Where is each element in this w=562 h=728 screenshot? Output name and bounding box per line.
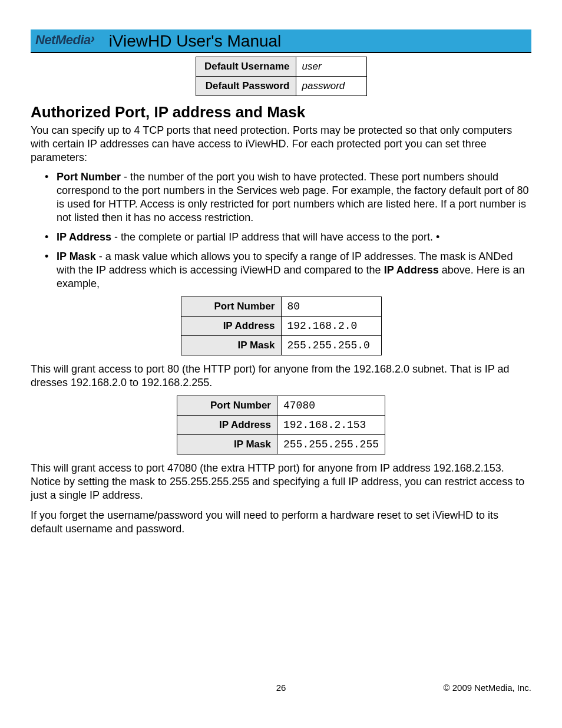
ex1-port-label: Port Number (181, 297, 281, 317)
page-container: NetMedia› iViewHD User's Manual Default … (0, 0, 562, 565)
bullet-bold-mid: IP Address (384, 264, 439, 276)
ex1-port-value: 80 (281, 297, 381, 317)
table-row: IP Mask 255.255.255.255 (177, 435, 385, 454)
table-row: Port Number 47080 (177, 396, 385, 416)
cred-password-label: Default Password (196, 77, 296, 96)
ex1-mask-value: 255.255.255.0 (281, 336, 381, 355)
logo-text: NetMedia (35, 32, 91, 47)
section-heading: Authorized Port, IP address and Mask (31, 103, 531, 121)
bullet-text: - the number of the port you wish to hav… (57, 171, 528, 223)
logo-swoosh-icon: › (91, 31, 95, 47)
table-row: IP Mask 255.255.255.0 (181, 336, 381, 355)
ex2-port-label: Port Number (177, 396, 277, 416)
cred-username-value: user (296, 57, 366, 77)
paragraph-after-ex2: This will grant access to port 47080 (th… (31, 462, 531, 502)
ex2-mask-label: IP Mask (177, 435, 277, 454)
intro-paragraph: You can specify up to 4 TCP ports that n… (31, 124, 531, 164)
page-footer: 26 © 2009 NetMedia, Inc. (31, 683, 531, 693)
paragraph-reset: If you forget the username/password you … (31, 509, 531, 536)
header-bar: NetMedia› iViewHD User's Manual (31, 29, 531, 53)
parameter-list: Port Number - the number of the port you… (31, 170, 531, 291)
table-row: Default Password password (196, 77, 366, 96)
ex2-port-value: 47080 (277, 396, 385, 416)
paragraph-after-ex1: This will grant access to port 80 (the H… (31, 363, 531, 390)
logo: NetMedia› (35, 32, 95, 48)
table-row: IP Address 192.168.2.0 (181, 317, 381, 336)
ex2-ip-label: IP Address (177, 416, 277, 435)
bullet-text: - the complete or partial IP address tha… (111, 231, 439, 243)
ex2-ip-value: 192.168.2.153 (277, 416, 385, 435)
cred-password-value: password (296, 77, 366, 96)
table-row: Default Username user (196, 57, 366, 77)
ex1-mask-label: IP Mask (181, 336, 281, 355)
ex1-ip-label: IP Address (181, 317, 281, 336)
bullet-term: Port Number (57, 171, 121, 183)
page-number: 26 (31, 683, 531, 693)
table-row: IP Address 192.168.2.153 (177, 416, 385, 435)
table-row: Port Number 80 (181, 297, 381, 317)
ex1-ip-value: 192.168.2.0 (281, 317, 381, 336)
cred-username-label: Default Username (196, 57, 296, 77)
list-item: IP Address - the complete or partial IP … (57, 230, 531, 244)
bullet-term: IP Mask (57, 251, 96, 262)
ex2-mask-value: 255.255.255.255 (277, 435, 385, 454)
credentials-table: Default Username user Default Password p… (196, 57, 367, 96)
bullet-term: IP Address (57, 231, 111, 243)
example1-table: Port Number 80 IP Address 192.168.2.0 IP… (181, 297, 382, 355)
list-item: IP Mask - a mask value which allows you … (57, 250, 531, 291)
document-title: iViewHD User's Manual (109, 32, 282, 51)
example2-table: Port Number 47080 IP Address 192.168.2.1… (177, 396, 385, 454)
list-item: Port Number - the number of the port you… (57, 170, 531, 225)
